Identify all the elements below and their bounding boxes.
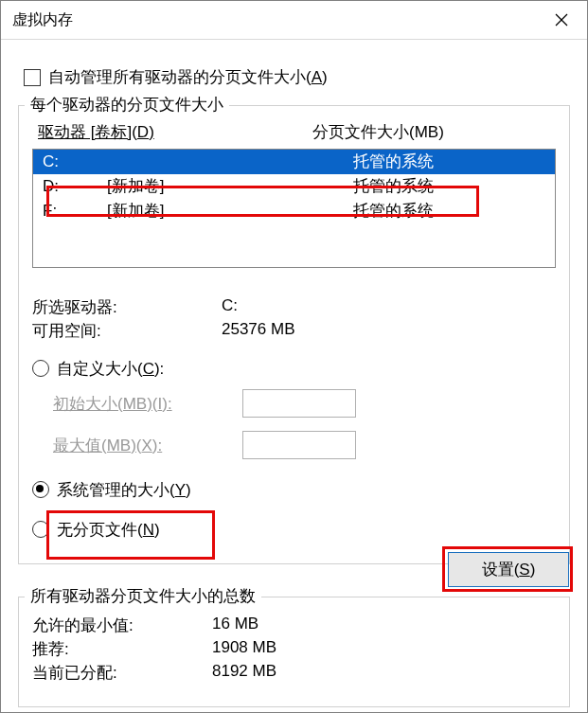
totals-legend: 所有驱动器分页文件大小的总数 [25,585,261,607]
current-value: 8192 MB [212,662,276,684]
list-row[interactable]: D: [新加卷] 托管的系统 [33,174,555,199]
recommended-label: 推荐: [32,638,212,660]
initial-size-input[interactable] [242,389,356,418]
current-row: 当前已分配: 8192 MB [32,662,556,684]
close-button[interactable] [536,2,587,38]
selected-drive-row: 所选驱动器: C: [32,296,556,318]
per-drive-group: 每个驱动器的分页文件大小 驱动器 [卷标](D) 分页文件大小(MB) C: 托… [18,105,570,564]
drive-list-header: 驱动器 [卷标](D) 分页文件大小(MB) [32,121,556,143]
drive-listbox[interactable]: C: 托管的系统 D: [新加卷] 托管的系统 F: [新加卷] 托管的系统 [32,149,556,268]
titlebar: 虚拟内存 [1,1,587,40]
available-space-value: 25376 MB [222,320,295,342]
set-button[interactable]: 设置(S) [448,552,569,587]
auto-manage-label: 自动管理所有驱动器的分页文件大小(A) [48,66,328,88]
radio-none-label: 无分页文件(N) [57,519,160,541]
radio-custom-label: 自定义大小(C): [57,358,164,380]
window-title: 虚拟内存 [12,10,73,30]
checkbox-icon [24,69,41,86]
radio-icon [32,360,49,377]
radio-system-managed[interactable]: 系统管理的大小(Y) [32,476,556,503]
per-drive-legend: 每个驱动器的分页文件大小 [25,94,229,116]
content-area: 自动管理所有驱动器的分页文件大小(A) 每个驱动器的分页文件大小 驱动器 [卷标… [1,40,587,713]
selected-drive-value: C: [222,296,238,318]
initial-size-label: 初始大小(MB)(I): [53,393,242,415]
radio-icon [32,481,49,498]
min-row: 允许的最小值: 16 MB [32,615,556,636]
min-value: 16 MB [212,615,258,636]
totals-group: 所有驱动器分页文件大小的总数 允许的最小值: 16 MB 推荐: 1908 MB… [18,597,570,707]
current-label: 当前已分配: [32,662,212,684]
radio-custom-size[interactable]: 自定义大小(C): [32,355,556,382]
available-space-label: 可用空间: [32,320,222,342]
virtual-memory-dialog: 虚拟内存 自动管理所有驱动器的分页文件大小(A) 每个驱动器的分页文件大小 驱动… [0,0,588,713]
selected-drive-label: 所选驱动器: [32,296,222,318]
auto-manage-checkbox[interactable]: 自动管理所有驱动器的分页文件大小(A) [24,66,570,88]
recommended-row: 推荐: 1908 MB [32,638,556,660]
max-size-input[interactable] [242,431,356,459]
initial-size-row: 初始大小(MB)(I): [53,389,556,418]
radio-system-label: 系统管理的大小(Y) [57,479,191,501]
max-size-label: 最大值(MB)(X): [53,435,242,456]
min-label: 允许的最小值: [32,615,212,636]
radio-no-paging-file[interactable]: 无分页文件(N) [32,516,556,543]
max-size-row: 最大值(MB)(X): [53,431,556,459]
list-row[interactable]: F: [新加卷] 托管的系统 [33,199,555,223]
list-row[interactable]: C: 托管的系统 [33,150,555,174]
col-drive-label: 驱动器 [卷标](D) [38,121,312,143]
radio-icon [32,521,49,538]
close-icon [555,13,568,27]
col-size-label: 分页文件大小(MB) [312,121,550,143]
custom-size-fields: 初始大小(MB)(I): 最大值(MB)(X): [53,389,556,459]
available-space-row: 可用空间: 25376 MB [32,320,556,342]
recommended-value: 1908 MB [212,638,276,660]
